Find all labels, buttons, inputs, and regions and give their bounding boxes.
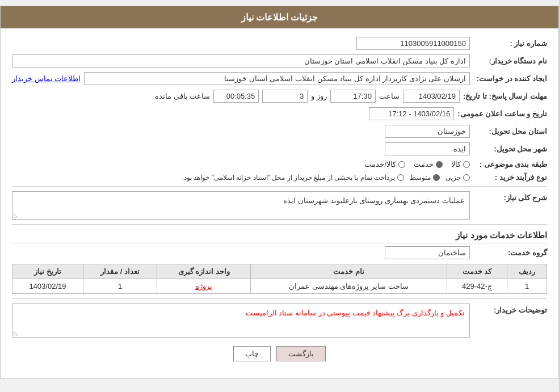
- services-table: ردیف کد خدمت نام خدمت واحد اندازه گیری ت…: [12, 264, 547, 294]
- category-kala-label: کالا: [451, 160, 461, 168]
- col-header-rownum: ردیف: [507, 264, 547, 279]
- cell-unit[interactable]: پروژه: [157, 279, 251, 294]
- buyer-notes-value: تکمیل و بارگذاری برگ پیشنهاد قیمت پیوستی…: [12, 304, 470, 338]
- radio-asnad-icon: [397, 174, 404, 181]
- category-option-khedmat[interactable]: خدمت: [414, 160, 443, 168]
- process-motavasset-label: متوسط: [410, 174, 431, 182]
- deadline-time: 17:30: [330, 90, 376, 103]
- need-description-row: شرح کلی نیاز: عملیات دستمزدی بهسازی روست…: [12, 191, 547, 220]
- category-radio-group: کالا خدمت کالا/خدمت: [364, 160, 470, 168]
- category-khedmat-label: خدمت: [414, 160, 434, 168]
- col-header-date: تاریخ نیاز: [12, 264, 83, 279]
- process-label: نوع فرآیند خرید :: [473, 173, 547, 182]
- page-container: جزئیات اطلاعات نیاز شماره نیاز : 1103005…: [0, 6, 559, 379]
- category-option-kala-khedmat[interactable]: کالا/خدمت: [364, 160, 405, 168]
- col-header-name: نام خدمت: [250, 264, 447, 279]
- creator-row: ایجاد کننده در خواست: ارسلان علی نژادی ک…: [12, 72, 547, 85]
- back-button[interactable]: بازگشت: [276, 346, 326, 361]
- need-number-row: شماره نیاز : 1103005911000150: [12, 37, 547, 50]
- divider-1: [12, 186, 547, 187]
- radio-kala-icon: [463, 161, 470, 168]
- buyer-org-row: نام دستگاه خریدار: اداره کل بنیاد مسکن ا…: [12, 54, 547, 68]
- cell-name: ساخت سایر پروژه‌های مهندسی عمران: [250, 279, 447, 294]
- process-jazii-label: جزیی: [445, 174, 461, 182]
- announce-label: تاریخ و ساعت اعلان عمومی:: [457, 109, 547, 118]
- deadline-remaining: 00:05:35: [213, 90, 259, 103]
- buttons-row: بازگشت چاپ: [12, 346, 547, 370]
- city-label: شهر محل تحویل:: [473, 145, 547, 153]
- category-row: طبقه بندی موضوعی : کالا خدمت کالا/خدمت: [12, 160, 547, 168]
- col-header-code: کد خدمت: [447, 264, 507, 279]
- content-area: شماره نیاز : 1103005911000150 نام دستگاه…: [1, 28, 558, 378]
- cell-date: 1403/02/19: [12, 279, 83, 294]
- deadline-days-label: روز و: [311, 92, 327, 100]
- table-row: 1 ج-42-429 ساخت سایر پروژه‌های مهندسی عم…: [12, 279, 547, 294]
- province-value: خوزستان: [385, 125, 470, 138]
- process-radio-group: جزیی متوسط پرداخت تمام یا بخشی از مبلغ خ…: [182, 174, 470, 182]
- radio-khedmat-icon: [436, 161, 443, 168]
- process-option-jazii[interactable]: جزیی: [445, 174, 470, 182]
- category-label: طبقه بندی موضوعی :: [473, 160, 547, 168]
- radio-jazii-icon: [463, 174, 470, 181]
- col-header-unit: واحد اندازه گیری: [157, 264, 251, 279]
- service-group-value: ساختمان: [385, 246, 470, 259]
- buyer-org-label: نام دستگاه خریدار:: [473, 57, 547, 65]
- province-label: استان محل تحویل:: [473, 127, 547, 136]
- deadline-days: 3: [262, 90, 308, 103]
- need-description-label: شرح کلی نیاز:: [473, 193, 547, 202]
- process-option-motavasset[interactable]: متوسط: [410, 174, 440, 182]
- creator-value: ارسلان علی نژادی کاربردار اداره کل بنیاد…: [84, 72, 470, 85]
- deadline-label: مهلت ارسال پاسخ: تا تاریخ:: [463, 92, 547, 100]
- process-option-asnad[interactable]: پرداخت تمام یا بخشی از مبلغ خریداز از مح…: [182, 174, 404, 182]
- creator-label: ایجاد کننده در خواست:: [473, 74, 547, 83]
- province-row: استان محل تحویل: خوزستان: [12, 125, 547, 138]
- need-number-value: 1103005911000150: [356, 37, 470, 50]
- need-description-value: عملیات دستمزدی بهسازی روستای بارعلیوند ش…: [12, 191, 470, 220]
- services-info-title: اطلاعات خدمات مورد نیاز: [12, 230, 547, 243]
- city-value: ایذه: [385, 142, 470, 155]
- cell-rownum: 1: [507, 279, 547, 294]
- buyer-notes-row: توضیحات خریدار: تکمیل و بارگذاری برگ پیش…: [12, 304, 547, 338]
- deadline-time-label: ساعت: [379, 92, 400, 100]
- process-asnad-label: پرداخت تمام یا بخشی از مبلغ خریداز از مح…: [182, 174, 395, 182]
- radio-kala-khedmat-icon: [398, 161, 405, 168]
- service-group-label: گروه خدمت:: [473, 248, 547, 257]
- buyer-org-value: اداره کل بنیاد مسکن انقلاب اسلامی استان …: [12, 54, 470, 68]
- process-row: نوع فرآیند خرید : جزیی متوسط پرداخت تمام…: [12, 173, 547, 182]
- page-header: جزئیات اطلاعات نیاز: [1, 6, 558, 28]
- city-row: شهر محل تحویل: ایذه: [12, 142, 547, 155]
- buyer-notes-label: توضیحات خریدار:: [473, 306, 547, 314]
- category-option-kala[interactable]: کالا: [451, 160, 470, 168]
- announce-row: تاریخ و ساعت اعلان عمومی: 1403/02/16 - 1…: [12, 107, 547, 120]
- contact-link[interactable]: اطلاعات تماس خریدار: [12, 74, 81, 83]
- table-header-row: ردیف کد خدمت نام خدمت واحد اندازه گیری ت…: [12, 264, 547, 279]
- cell-code: ج-42-429: [447, 279, 507, 294]
- divider-3: [12, 298, 547, 299]
- col-header-qty: تعداد / مقدار: [83, 264, 157, 279]
- deadline-date: 1403/02/19: [403, 90, 460, 103]
- deadline-row: مهلت ارسال پاسخ: تا تاریخ: 1403/02/19 سا…: [12, 90, 547, 103]
- radio-motavasset-icon: [433, 174, 440, 181]
- announce-value: 1403/02/16 - 17:12: [369, 107, 454, 120]
- print-button[interactable]: چاپ: [233, 346, 271, 361]
- divider-2: [12, 224, 547, 225]
- page-title: جزئیات اطلاعات نیاز: [241, 12, 318, 22]
- deadline-remaining-label: ساعت باقی مانده: [155, 92, 210, 100]
- category-kala-khedmat-label: کالا/خدمت: [364, 160, 396, 168]
- cell-qty: 1: [83, 279, 157, 294]
- need-number-label: شماره نیاز :: [473, 39, 547, 48]
- service-group-row: گروه خدمت: ساختمان: [12, 246, 547, 259]
